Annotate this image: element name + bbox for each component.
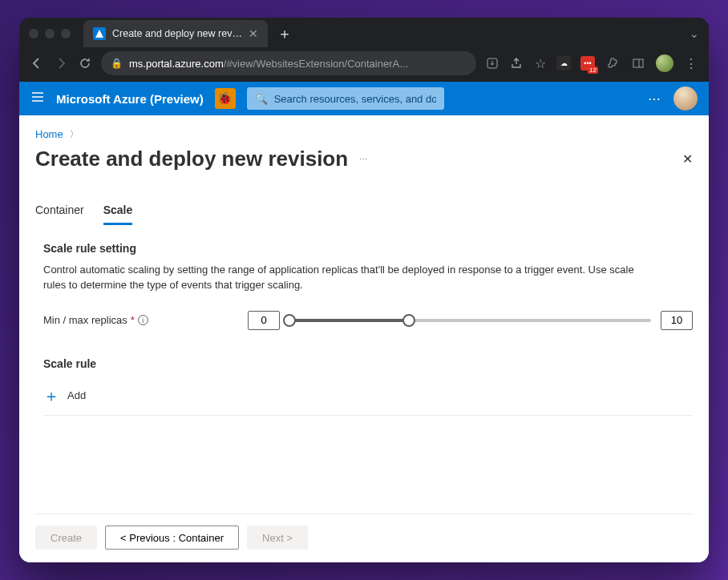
add-rule-button[interactable]: ＋ Add xyxy=(43,385,693,416)
new-tab-button[interactable]: ＋ xyxy=(277,24,292,43)
breadcrumb: Home 〉 xyxy=(35,128,693,140)
close-blade-icon[interactable]: ✕ xyxy=(682,151,693,167)
slider-thumb-max[interactable] xyxy=(402,314,415,327)
scale-section-title: Scale rule setting xyxy=(35,242,693,255)
scale-section-description: Control automatic scaling by setting the… xyxy=(35,263,645,293)
lock-icon: 🔒 xyxy=(111,58,123,69)
azure-search[interactable]: 🔍 xyxy=(247,87,444,110)
star-icon[interactable]: ☆ xyxy=(532,55,548,71)
tabs: Container Scale xyxy=(35,203,693,226)
tab-container[interactable]: Container xyxy=(35,203,84,225)
profile-avatar[interactable] xyxy=(656,54,673,72)
create-button[interactable]: Create xyxy=(35,526,97,550)
slider-thumb-min[interactable] xyxy=(283,314,296,327)
tab-close-icon[interactable]: ✕ xyxy=(249,28,258,39)
window-close[interactable] xyxy=(29,29,38,38)
sidepanel-icon[interactable] xyxy=(630,55,646,71)
tab-scale[interactable]: Scale xyxy=(103,203,133,225)
page-body: Home 〉 Create and deploy new revision ⋯ … xyxy=(19,115,709,562)
header-more-icon[interactable]: ⋯ xyxy=(648,91,662,107)
required-star: * xyxy=(131,314,135,326)
tab-title: Create and deploy new revision xyxy=(112,28,242,39)
azure-header: Microsoft Azure (Preview) 🐞 🔍 ⋯ xyxy=(19,82,709,115)
extension-cloud-icon[interactable]: ☁ xyxy=(556,56,571,70)
page-title: Create and deploy new revision xyxy=(35,147,348,171)
install-icon[interactable] xyxy=(484,55,500,71)
footer: Create < Previous : Container Next > xyxy=(35,514,693,550)
forward-icon[interactable] xyxy=(53,55,69,71)
preview-bug-icon[interactable]: 🐞 xyxy=(215,88,236,109)
reload-icon[interactable] xyxy=(77,55,93,71)
content-frame: Microsoft Azure (Preview) 🐞 🔍 ⋯ Home 〉 C… xyxy=(19,82,709,562)
tabs-menu-icon[interactable]: ⌄ xyxy=(690,27,699,40)
search-icon: 🔍 xyxy=(255,93,268,105)
chevron-right-icon: 〉 xyxy=(70,128,79,140)
info-icon[interactable]: i xyxy=(138,315,148,325)
brand-title: Microsoft Azure (Preview) xyxy=(56,92,204,106)
url-text: ms.portal.azure.com/#view/WebsitesExtens… xyxy=(129,58,467,70)
window-maximize[interactable] xyxy=(61,29,71,38)
url-path: /#view/WebsitesExtension/ContainerA... xyxy=(224,58,408,70)
add-rule-label: Add xyxy=(67,389,86,401)
extension-badge: 12 xyxy=(588,66,598,74)
replicas-label: Min / max replicas * i xyxy=(43,314,248,326)
replicas-label-text: Min / max replicas xyxy=(43,314,127,326)
azure-search-input[interactable] xyxy=(274,93,436,105)
window-minimize[interactable] xyxy=(45,29,55,38)
page-title-more-icon[interactable]: ⋯ xyxy=(359,155,369,163)
browser-window: Create and deploy new revision ✕ ＋ ⌄ 🔒 m… xyxy=(19,18,709,562)
back-icon[interactable] xyxy=(29,55,45,71)
azure-favicon xyxy=(93,27,106,40)
scale-rule-title: Scale rule xyxy=(43,357,693,370)
browser-tab[interactable]: Create and deploy new revision ✕ xyxy=(83,20,268,47)
svg-rect-1 xyxy=(633,59,643,67)
browser-menu-icon[interactable]: ⋮ xyxy=(683,55,699,71)
browser-toolbar: 🔒 ms.portal.azure.com/#view/WebsitesExte… xyxy=(19,50,709,82)
replicas-field: Min / max replicas * i xyxy=(35,311,693,330)
url-host: ms.portal.azure.com xyxy=(129,58,224,70)
min-replicas-input[interactable] xyxy=(248,311,280,330)
titlebar: Create and deploy new revision ✕ ＋ ⌄ xyxy=(19,18,709,50)
breadcrumb-home[interactable]: Home xyxy=(35,128,63,140)
previous-button[interactable]: < Previous : Container xyxy=(105,526,239,550)
share-icon[interactable] xyxy=(508,55,524,71)
extensions-icon[interactable] xyxy=(605,55,621,71)
replicas-slider[interactable] xyxy=(289,319,651,322)
page-head: Create and deploy new revision ⋯ ✕ xyxy=(35,147,693,171)
extension-lastpass-icon[interactable]: ••• 12 xyxy=(580,56,595,70)
hamburger-icon[interactable] xyxy=(30,90,45,107)
plus-icon: ＋ xyxy=(43,388,59,404)
window-controls xyxy=(29,29,71,38)
scale-rule-section: Scale rule ＋ Add xyxy=(35,357,693,416)
max-replicas-input[interactable] xyxy=(661,311,693,330)
next-button[interactable]: Next > xyxy=(247,526,308,550)
url-bar[interactable]: 🔒 ms.portal.azure.com/#view/WebsitesExte… xyxy=(101,51,476,75)
extensions: ☁ ••• 12 ⋮ xyxy=(556,54,699,72)
user-avatar[interactable] xyxy=(673,87,698,111)
